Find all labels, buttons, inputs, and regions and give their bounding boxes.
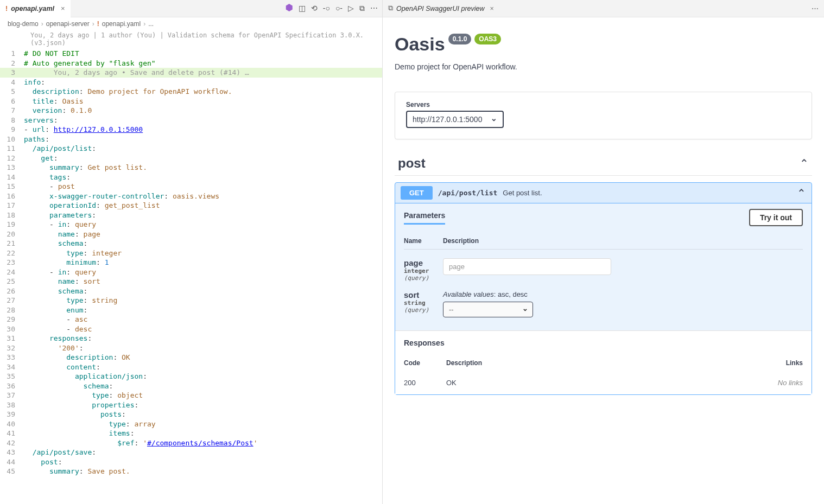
close-icon[interactable]: × [490, 5, 494, 12]
param-name: sort [404, 290, 443, 299]
yaml-icon: ! [97, 20, 99, 28]
preview-icon: ⧉ [388, 4, 393, 12]
chevron-up-icon: ⌃ [797, 187, 806, 200]
responses-section: Responses Code Description Links 200 OK … [395, 330, 812, 394]
more-icon[interactable]: ⋯ [370, 4, 378, 13]
resp-code: 200 [404, 379, 446, 387]
tab-swagger-preview[interactable]: ⧉ OpenAPI SwaggerUI preview × [383, 0, 499, 17]
col-code: Code [404, 359, 446, 367]
col-name: Name [404, 237, 443, 245]
chevron-right-icon: › [143, 20, 145, 28]
param-row-sort: sort string (query) Available values: as… [404, 290, 803, 317]
col-description: Description [446, 359, 759, 367]
layout-icon[interactable]: ⧉ [359, 4, 365, 13]
operation-get-post-list: GET /api/post/list Get post list. ⌃ Para… [395, 182, 812, 395]
operation-header[interactable]: GET /api/post/list Get post list. ⌃ [395, 183, 812, 203]
chevron-right-icon: › [41, 20, 43, 28]
tag-post[interactable]: post ⌃ [395, 151, 812, 176]
preview-tab-title: OpenAPI SwaggerUI preview [396, 5, 485, 12]
editor-toolbar-actions: ◫ ⟲ -○ ○- ▷ ⧉ ⋯ [281, 4, 382, 13]
breadcrumb-seg[interactable]: openapi.yaml [102, 20, 141, 28]
param-type: string [404, 299, 443, 307]
parameters-title: Parameters [404, 211, 445, 225]
param-in: (query) [404, 307, 443, 314]
param-row-page: page integer (query) page [404, 258, 803, 282]
available-values: Available values: asc, desc [443, 290, 533, 298]
breadcrumb-seg[interactable]: openapi-server [46, 20, 90, 28]
chevron-up-icon: ⌃ [800, 157, 809, 170]
tag-name: post [398, 156, 426, 171]
play-icon[interactable]: ▷ [348, 4, 354, 13]
tab-openapi-yaml[interactable]: ! openapi.yaml × [0, 0, 71, 17]
resp-links: No links [759, 379, 803, 387]
try-it-out-button[interactable]: Try it out [749, 209, 803, 226]
commit-fwd-icon[interactable]: ○- [335, 4, 343, 13]
method-badge: GET [401, 186, 433, 200]
responses-title: Responses [404, 339, 803, 347]
chevron-right-icon: › [92, 20, 94, 28]
parameters-table: Name Description page integer (query) pa… [395, 232, 812, 330]
preview-tabs: ⧉ OpenAPI SwaggerUI preview × ⋯ [383, 0, 824, 17]
breadcrumb-seg[interactable]: ... [148, 20, 154, 28]
operation-summary: Get post list. [503, 189, 542, 197]
tab-filename: openapi.yaml [11, 5, 54, 12]
close-icon[interactable]: × [61, 4, 65, 12]
col-links: Links [759, 359, 803, 367]
servers-label: Servers [406, 101, 801, 109]
editor-tabs: ! openapi.yaml × ◫ ⟲ -○ ○- ▷ ⧉ ⋯ [0, 0, 382, 17]
version-badge: 0.1.0 [448, 34, 472, 44]
more-icon[interactable]: ⋯ [812, 4, 819, 12]
server-select[interactable]: http://127.0.0.1:5000 [406, 111, 504, 128]
swagger-ui: Oasis 0.1.0 OAS3 Demo project for OpenAP… [383, 17, 824, 504]
split-icon[interactable]: ◫ [299, 4, 306, 13]
sort-select[interactable]: -- [443, 302, 533, 317]
operation-path: /api/post/list [438, 189, 498, 197]
code-editor[interactable]: 1# DO NOT EDIT 2# Auto generated by "fla… [0, 49, 382, 504]
api-description: Demo project for OpenAPI workflow. [395, 62, 812, 71]
page-input[interactable]: page [443, 258, 611, 275]
resp-desc: OK [446, 379, 759, 387]
response-row-200: 200 OK No links [404, 379, 803, 387]
col-description: Description [443, 237, 479, 245]
commit-back-icon[interactable]: -○ [323, 4, 330, 13]
yaml-icon: ! [5, 5, 8, 12]
param-name: page [404, 258, 443, 267]
extension-icon[interactable] [286, 4, 293, 11]
oas-badge: OAS3 [474, 34, 501, 44]
git-blame-inline: You, 2 days ago • Save and delete post (… [54, 68, 249, 76]
api-title: Oasis 0.1.0 OAS3 [395, 34, 812, 55]
breadcrumb[interactable]: blog-demo › openapi-server › ! openapi.y… [0, 17, 382, 30]
breadcrumb-seg[interactable]: blog-demo [8, 20, 39, 28]
param-type: integer [404, 267, 443, 275]
servers-section: Servers http://127.0.0.1:5000 [395, 92, 812, 139]
refresh-icon[interactable]: ⟲ [311, 4, 318, 13]
codelens-authorship[interactable]: You, 2 days ago | 1 author (You) | Valid… [0, 30, 382, 49]
param-in: (query) [404, 275, 443, 282]
